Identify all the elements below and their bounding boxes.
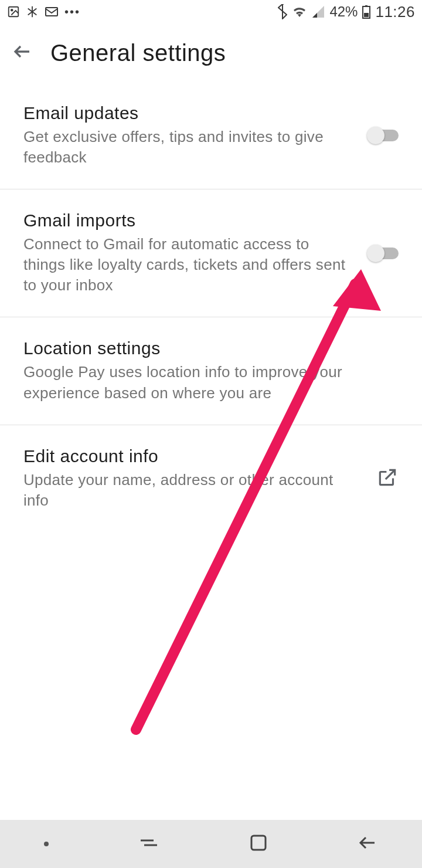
setting-title: Location settings — [23, 338, 399, 358]
recents-button[interactable] — [137, 835, 161, 853]
status-bar: ••• 42% 11:26 — [0, 0, 422, 23]
gmail-imports-switch[interactable] — [368, 247, 399, 259]
setting-edit-account[interactable]: Edit account info Update your name, addr… — [0, 425, 422, 532]
setting-title: Gmail imports — [23, 211, 354, 230]
setting-desc: Update your name, address or other accou… — [23, 470, 362, 511]
setting-location[interactable]: Location settings Google Pay uses locati… — [0, 317, 422, 425]
email-updates-switch[interactable] — [368, 130, 399, 141]
open-external-icon — [376, 466, 399, 491]
gallery-icon — [7, 5, 20, 18]
setting-email-updates[interactable]: Email updates Get exclusive offers, tips… — [0, 82, 422, 189]
setting-title: Edit account info — [23, 446, 362, 466]
system-nav-bar — [0, 820, 422, 868]
svg-rect-8 — [251, 836, 266, 850]
app-bar: General settings — [0, 23, 422, 82]
more-notifications-icon: ••• — [64, 5, 80, 19]
page-title: General settings — [50, 40, 226, 66]
cellular-icon — [312, 5, 325, 18]
bluetooth-icon — [278, 4, 287, 19]
setting-title: Email updates — [23, 103, 354, 123]
mail-icon — [45, 6, 59, 18]
clock: 11:26 — [375, 3, 415, 21]
battery-percent: 42% — [329, 4, 358, 20]
setting-desc: Connect to Gmail for automatic access to… — [23, 234, 354, 296]
snowflake-icon — [26, 5, 39, 18]
nav-dot — [44, 842, 49, 846]
home-button[interactable] — [249, 833, 268, 855]
battery-icon — [362, 5, 370, 19]
svg-rect-5 — [364, 13, 369, 17]
setting-desc: Get exclusive offers, tips and invites t… — [23, 127, 354, 168]
svg-rect-2 — [46, 8, 57, 16]
system-back-button[interactable] — [357, 834, 378, 854]
svg-point-1 — [11, 9, 13, 11]
svg-rect-4 — [365, 5, 367, 6]
setting-desc: Google Pay uses location info to improve… — [23, 362, 399, 403]
wifi-icon — [292, 5, 307, 18]
settings-list: Email updates Get exclusive offers, tips… — [0, 82, 422, 532]
setting-gmail-imports[interactable]: Gmail imports Connect to Gmail for autom… — [0, 189, 422, 317]
back-icon[interactable] — [12, 41, 33, 65]
